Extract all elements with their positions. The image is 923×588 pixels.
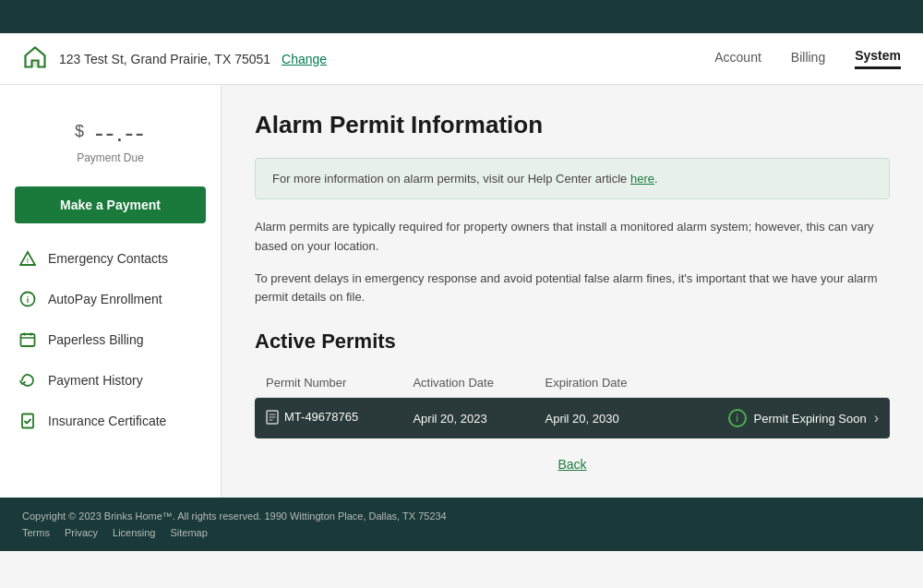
sidebar-item-autopay[interactable]: i AutoPay Enrollment	[0, 279, 221, 319]
payment-amount: $ --.--	[15, 118, 206, 148]
permit-expiration-date: April 20, 2030	[533, 398, 667, 439]
footer-link-sitemap[interactable]: Sitemap	[171, 527, 208, 538]
payment-amount-value: --.--	[95, 118, 146, 147]
warning-circle-icon: i	[728, 409, 747, 427]
permits-table-header: Permit Number Activation Date Expiration…	[255, 368, 890, 398]
top-bar	[0, 0, 923, 33]
main-layout: $ --.-- Payment Due Make a Payment ! Eme…	[0, 85, 923, 498]
nav-system[interactable]: System	[855, 48, 901, 69]
col-status	[667, 368, 890, 398]
paragraph-1: Alarm permits are typically required for…	[255, 218, 890, 257]
header: 123 Test St, Grand Prairie, TX 75051 Cha…	[0, 33, 923, 85]
sidebar: $ --.-- Payment Due Make a Payment ! Eme…	[0, 85, 222, 498]
sidebar-label-autopay: AutoPay Enrollment	[48, 292, 162, 306]
svg-rect-8	[22, 414, 33, 428]
refresh-icon	[18, 371, 37, 390]
footer: Copyright © 2023 Brinks Home™. All right…	[0, 498, 923, 551]
permit-expiring-status: i Permit Expiring Soon ›	[678, 409, 879, 427]
permits-table-body: MT-49678765 April 20, 2023 April 20, 203…	[255, 398, 890, 439]
permit-activation-date: April 20, 2023	[402, 398, 533, 439]
info-banner-text: For more information on alarm permits, v…	[272, 172, 630, 186]
info-banner: For more information on alarm permits, v…	[255, 158, 890, 199]
page-title: Alarm Permit Information	[255, 111, 890, 139]
chevron-right-icon: ›	[874, 410, 879, 426]
sidebar-label-insurance-certificate: Insurance Certificate	[48, 414, 166, 428]
help-center-link[interactable]: here	[630, 172, 654, 186]
info-circle-icon: i	[18, 290, 37, 308]
active-permits-title: Active Permits	[255, 330, 890, 354]
sidebar-label-paperless-billing: Paperless Billing	[48, 332, 144, 347]
permit-doc-icon: MT-49678765	[266, 410, 358, 425]
sidebar-item-paperless-billing[interactable]: Paperless Billing	[0, 319, 221, 360]
triangle-icon: !	[18, 249, 37, 268]
home-icon[interactable]	[22, 44, 48, 73]
permit-number-value: MT-49678765	[284, 410, 358, 424]
table-row[interactable]: MT-49678765 April 20, 2023 April 20, 203…	[255, 398, 890, 439]
change-link[interactable]: Change	[282, 52, 327, 66]
header-nav: Account Billing System	[714, 48, 901, 69]
sidebar-label-payment-history: Payment History	[48, 373, 143, 388]
svg-text:i: i	[27, 295, 30, 305]
svg-rect-0	[32, 61, 37, 67]
footer-link-privacy[interactable]: Privacy	[65, 527, 98, 538]
sidebar-label-emergency-contacts: Emergency Contacts	[48, 251, 168, 266]
make-payment-button[interactable]: Make a Payment	[15, 186, 206, 223]
footer-link-terms[interactable]: Terms	[22, 527, 50, 538]
footer-links: Terms Privacy Licensing Sitemap	[22, 527, 901, 538]
header-left: 123 Test St, Grand Prairie, TX 75051 Cha…	[22, 44, 327, 73]
svg-text:!: !	[27, 258, 29, 264]
col-permit-number: Permit Number	[255, 368, 402, 398]
permit-status-label: Permit Expiring Soon	[754, 412, 867, 426]
back-link[interactable]: Back	[557, 457, 586, 472]
permit-number-cell: MT-49678765	[255, 398, 402, 439]
back-link-row: Back	[255, 457, 890, 472]
nav-billing[interactable]: Billing	[791, 50, 825, 68]
permit-status-cell: i Permit Expiring Soon ›	[667, 398, 890, 439]
info-banner-period: .	[654, 172, 658, 186]
sidebar-item-payment-history[interactable]: Payment History	[0, 360, 221, 401]
nav-account[interactable]: Account	[714, 50, 761, 68]
footer-copyright: Copyright © 2023 Brinks Home™. All right…	[22, 510, 901, 522]
svg-rect-4	[21, 334, 35, 346]
permits-table: Permit Number Activation Date Expiration…	[255, 368, 890, 438]
dollar-sign: $	[75, 122, 86, 141]
sidebar-item-emergency-contacts[interactable]: ! Emergency Contacts	[0, 238, 221, 279]
calendar-icon	[18, 330, 37, 349]
header-address: 123 Test St, Grand Prairie, TX 75051	[59, 52, 270, 66]
sidebar-item-insurance-certificate[interactable]: Insurance Certificate	[0, 401, 221, 441]
col-activation-date: Activation Date	[402, 368, 533, 398]
main-content: Alarm Permit Information For more inform…	[222, 85, 923, 498]
footer-link-licensing[interactable]: Licensing	[113, 527, 155, 538]
payment-due-label: Payment Due	[15, 151, 206, 164]
paragraph-2: To prevent delays in emergency response …	[255, 270, 890, 308]
col-expiration-date: Expiration Date	[533, 368, 667, 398]
payment-box: $ --.-- Payment Due	[0, 103, 221, 179]
document-check-icon	[18, 412, 37, 430]
